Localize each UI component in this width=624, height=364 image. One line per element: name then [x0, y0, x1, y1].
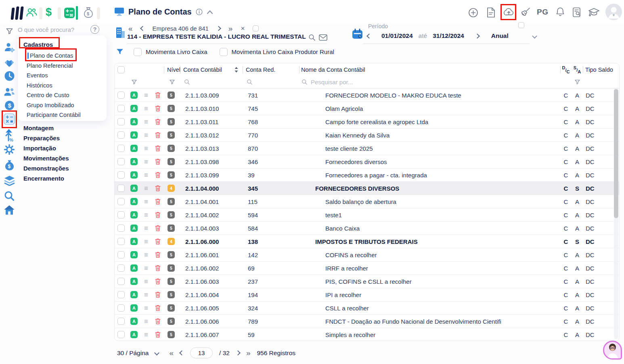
last-page-button[interactable]: »	[246, 349, 251, 357]
row-menu-icon[interactable]: ≡	[144, 225, 148, 232]
delete-row-button[interactable]	[152, 208, 164, 221]
row-checkbox[interactable]	[117, 171, 125, 179]
per-page-chevron-icon[interactable]	[155, 350, 160, 356]
active-badge[interactable]: A	[130, 105, 138, 112]
table-row[interactable]: A ≡ 5 2.1.1.06.006 789 FNDCT - Doação ao…	[115, 314, 619, 328]
col-header-tipo-saldo[interactable]: Tipo Saldo	[583, 63, 619, 76]
delete-row-button[interactable]	[152, 89, 164, 102]
active-badge[interactable]: A	[130, 318, 138, 325]
row-menu-icon[interactable]: ≡	[144, 185, 148, 192]
delete-row-button[interactable]	[152, 275, 164, 288]
col-header-nivel[interactable]: Nível	[164, 63, 180, 76]
delete-row-button[interactable]	[152, 288, 164, 301]
active-badge[interactable]: A	[130, 145, 138, 152]
table-row[interactable]: A ≡ 5 2.1.1.03.012 770 Kaian Kennedy da …	[115, 128, 619, 141]
period-mode-chevron-icon[interactable]	[532, 33, 537, 39]
delete-row-button[interactable]	[152, 222, 164, 235]
row-menu-icon[interactable]: ≡	[144, 198, 148, 205]
next-period-button[interactable]	[475, 33, 480, 39]
table-row[interactable]: A ≡ 5 2.1.1.06.002 69 IRRF a recolher C …	[115, 261, 619, 275]
active-badge[interactable]: A	[130, 251, 138, 258]
sa-filter-icon[interactable]	[572, 76, 583, 88]
active-badge[interactable]: A	[130, 185, 138, 192]
col-header-nome[interactable]: Nome da Conta Contábil	[299, 63, 560, 76]
clear-company-icon[interactable]: ×	[241, 25, 245, 32]
row-checkbox[interactable]	[117, 198, 125, 205]
active-badge[interactable]: A	[130, 211, 138, 218]
user-avatar[interactable]	[605, 4, 622, 20]
active-badge[interactable]: A	[130, 131, 138, 139]
first-page-button[interactable]: «	[169, 349, 174, 357]
row-menu-icon[interactable]: ≡	[144, 291, 148, 298]
row-checkbox[interactable]	[117, 131, 125, 139]
select-all-checkbox[interactable]	[117, 66, 125, 73]
add-icon[interactable]	[468, 8, 478, 18]
filter-icon[interactable]	[3, 25, 15, 37]
bell-icon[interactable]	[556, 7, 565, 17]
cloud-upload-icon[interactable]	[503, 7, 514, 17]
menu-item[interactable]: Históricos	[18, 81, 107, 91]
table-row[interactable]: A ≡ 5 2.1.1.06.001 142 COFINS a recolher…	[115, 248, 619, 261]
row-checkbox[interactable]	[117, 304, 125, 312]
layers-icon[interactable]	[3, 175, 15, 187]
menu-item[interactable]: Eventos	[18, 71, 107, 81]
menu-item[interactable]: Centro de Custo	[18, 90, 107, 100]
conta-filter-search-icon[interactable]	[180, 76, 243, 88]
company-search-icon[interactable]	[308, 34, 316, 41]
row-checkbox[interactable]	[117, 118, 125, 125]
money-bag-icon[interactable]: $	[3, 159, 15, 171]
delete-row-button[interactable]	[152, 262, 164, 275]
active-badge[interactable]: A	[130, 118, 138, 125]
row-checkbox[interactable]	[117, 145, 125, 152]
row-checkbox[interactable]	[117, 211, 125, 218]
company-checkbox[interactable]	[253, 25, 259, 31]
table-row[interactable]: A ≡ 4 2.1.1.06.000 138 IMPOSTOS E TRIBUT…	[115, 235, 619, 248]
page-input[interactable]	[190, 347, 213, 358]
pg-button[interactable]: PG	[537, 8, 548, 17]
row-menu-icon[interactable]: ≡	[144, 105, 148, 112]
active-badge[interactable]: A	[130, 304, 138, 312]
table-row[interactable]: A ≡ 5 2.1.1.03.099 39 Fornecedores a pag…	[115, 168, 619, 181]
row-checkbox[interactable]	[117, 158, 125, 165]
table-row[interactable]: A ≡ 5 2.1.1.06.005 324 CSLL a recolher C…	[115, 301, 619, 314]
active-badge[interactable]: A	[130, 171, 138, 179]
actions-filter-icon[interactable]	[128, 76, 140, 88]
active-badge[interactable]: A	[130, 331, 138, 338]
movimenta-livro-caixa-checkbox[interactable]	[134, 48, 142, 56]
col-header-sa[interactable]: S/A	[572, 63, 583, 76]
prev-company-button[interactable]	[140, 26, 145, 31]
person-gear-icon[interactable]	[3, 41, 15, 53]
period-mode-select[interactable]: Anual	[491, 32, 509, 40]
menu-header-cadastros[interactable]: Cadastros	[18, 40, 107, 51]
info-icon[interactable]	[196, 8, 203, 15]
menu-item[interactable]: Plano de Contas	[18, 51, 107, 61]
sort-icon[interactable]	[234, 67, 239, 73]
period-end-date[interactable]: 31/12/2024	[433, 32, 464, 40]
col-header-conta-red[interactable]: Conta Red.	[243, 63, 299, 76]
delete-row-button[interactable]	[152, 129, 164, 141]
broom-icon[interactable]	[521, 7, 531, 17]
gear-icon[interactable]	[3, 144, 15, 156]
delete-row-button[interactable]	[152, 302, 164, 314]
sidebar-section[interactable]: Encerramento	[23, 173, 69, 183]
app-logo[interactable]	[11, 6, 23, 20]
handshake-icon[interactable]	[3, 57, 15, 69]
row-checkbox[interactable]	[117, 238, 125, 245]
calculator-icon[interactable]	[3, 113, 15, 125]
next-company-button[interactable]	[216, 26, 221, 31]
active-badge[interactable]: A	[130, 238, 138, 245]
row-menu-icon[interactable]: ≡	[144, 212, 148, 218]
mail-icon[interactable]	[319, 34, 327, 41]
row-checkbox[interactable]	[117, 331, 125, 338]
conta-red-filter-search-icon[interactable]	[243, 76, 299, 88]
movimenta-livro-caixa-produtor-checkbox[interactable]	[220, 48, 228, 56]
first-company-button[interactable]: «	[128, 25, 133, 32]
header-checkbox[interactable]	[518, 22, 524, 28]
row-checkbox[interactable]	[117, 251, 125, 258]
row-checkbox[interactable]	[117, 264, 125, 272]
row-menu-icon[interactable]: ≡	[144, 318, 148, 325]
last-company-button[interactable]: »	[228, 25, 233, 32]
row-menu-icon[interactable]: ≡	[144, 158, 148, 165]
table-row[interactable]: A ≡ 5 2.1.1.04.001 115 Saldo balanço de …	[115, 195, 619, 208]
sidebar-section[interactable]: Preparações	[23, 133, 69, 143]
